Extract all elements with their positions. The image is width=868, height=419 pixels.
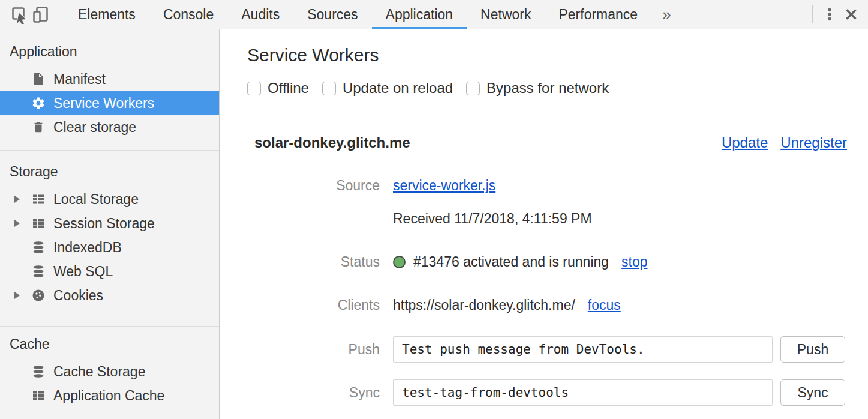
checkbox-label: Offline [268,80,309,97]
sidebar-item-label: Clear storage [53,119,136,136]
sidebar-item-label: Web SQL [53,264,113,280]
toolbar-left-icons [0,0,52,29]
bypass-for-network-checkbox[interactable] [466,82,480,95]
sidebar-item-label: IndexedDB [53,240,122,256]
sync-tag-input[interactable] [393,379,773,406]
push-button[interactable]: Push [780,336,845,363]
checkbox-label: Update on reload [343,80,453,97]
trash-icon [31,120,46,134]
sidebar-section-application: Application Manifest [0,29,219,151]
tab-application[interactable]: Application [372,0,467,29]
sidebar-item-label: Session Storage [53,216,155,232]
offline-checkbox-group[interactable]: Offline [247,80,309,97]
update-on-reload-checkbox[interactable] [322,82,336,95]
focus-link[interactable]: focus [588,297,621,313]
devtools-content: Application Manifest [0,29,868,419]
database-icon [31,240,46,255]
offline-checkbox[interactable] [247,82,261,95]
status-running-dot [393,256,406,268]
clients-label: Clients [254,297,380,313]
table-icon [31,388,46,403]
database-icon [31,264,46,279]
table-icon [31,216,46,231]
toolbar-right-icons [806,0,868,29]
more-tabs-icon[interactable]: » [651,0,681,29]
sidebar-section-cache: Cache Cache Storage [0,327,219,414]
sidebar-item-manifest[interactable]: Manifest [0,67,219,91]
sync-button[interactable]: Sync [780,379,845,406]
sidebar-item-application-cache[interactable]: Application Cache [0,384,219,408]
tab-network[interactable]: Network [467,0,545,29]
sidebar-item-service-workers[interactable]: Service Workers [0,91,219,115]
checkbox-label: Bypass for network [486,80,609,97]
worker-header-links: Update Unregister [722,134,847,151]
document-icon [31,72,46,86]
push-message-input[interactable] [393,336,773,363]
tab-audits[interactable]: Audits [227,0,293,29]
source-file-link[interactable]: service-worker.js [393,178,495,194]
expand-arrow-icon[interactable] [14,292,31,299]
sidebar-item-cookies[interactable]: Cookies [0,283,219,307]
sync-label: Sync [254,385,380,401]
service-worker-details: solar-donkey.glitch.me Update Unregister… [220,110,868,406]
devtools-window: Elements Console Audits Sources Applicat… [0,0,868,419]
sidebar-item-clear-storage[interactable]: Clear storage [0,115,219,139]
service-workers-panel: Service Workers Offline Update on reload… [220,29,868,419]
sidebar-item-label: Service Workers [53,95,154,112]
sidebar-item-label: Cache Storage [53,364,145,380]
push-row: Push Push [254,336,847,363]
source-label: Source [254,178,380,194]
worker-header: solar-donkey.glitch.me Update Unregister [254,134,847,151]
devtools-toolbar: Elements Console Audits Sources Applicat… [0,0,868,29]
close-icon[interactable] [840,4,862,25]
inspect-element-icon[interactable] [8,4,30,25]
bypass-for-network-checkbox-group[interactable]: Bypass for network [466,80,609,97]
section-title-cache: Cache [0,336,219,352]
panel-tabs: Elements Console Audits Sources Applicat… [64,0,682,29]
tab-elements[interactable]: Elements [64,0,149,29]
push-label: Push [254,342,380,358]
tab-sources[interactable]: Sources [293,0,371,29]
sidebar-item-session-storage[interactable]: Session Storage [0,211,219,235]
section-title-storage: Storage [0,164,219,180]
sidebar-section-storage: Storage Local Storage [0,151,219,327]
page-title: Service Workers [247,45,868,65]
expand-arrow-icon[interactable] [14,196,31,203]
worker-origin: solar-donkey.glitch.me [254,134,722,151]
update-link[interactable]: Update [722,134,768,151]
sidebar-item-label: Manifest [53,71,106,88]
device-toolbar-icon[interactable] [30,4,52,25]
received-row: Received 11/7/2018, 4:11:59 PM [254,211,847,227]
service-worker-options: Offline Update on reload Bypass for netw… [247,80,868,97]
clients-row: Clients https://solar-donkey.glitch.me/ … [254,297,847,313]
sidebar-item-indexeddb[interactable]: IndexedDB [0,235,219,259]
toolbar-right-divider [812,5,813,23]
sync-row: Sync Sync [254,379,847,406]
sidebar-item-local-storage[interactable]: Local Storage [0,187,219,211]
application-sidebar: Application Manifest [0,29,220,419]
status-text: #13476 activated and is running [413,254,609,270]
gear-icon [31,96,46,110]
toolbar-divider [58,5,58,23]
sidebar-item-cache-storage[interactable]: Cache Storage [0,360,219,384]
cookie-icon [31,288,46,303]
table-icon [31,192,46,206]
status-label: Status [254,254,380,270]
sidebar-item-label: Local Storage [53,191,139,208]
update-on-reload-checkbox-group[interactable]: Update on reload [322,80,453,97]
toolbar-spacer [682,0,806,29]
stop-link[interactable]: stop [621,254,647,270]
section-title-application: Application [0,44,219,60]
tab-console[interactable]: Console [149,0,227,29]
menu-dots-icon[interactable] [819,4,840,25]
sidebar-item-web-sql[interactable]: Web SQL [0,259,219,283]
sidebar-item-label: Cookies [53,288,103,304]
received-timestamp: Received 11/7/2018, 4:11:59 PM [393,211,847,227]
unregister-link[interactable]: Unregister [780,134,847,151]
client-url: https://solar-donkey.glitch.me/ [393,297,575,313]
tab-performance[interactable]: Performance [545,0,651,29]
expand-arrow-icon[interactable] [14,220,31,227]
database-icon [31,364,46,379]
sidebar-item-label: Application Cache [53,388,164,404]
source-row: Source service-worker.js [254,178,847,194]
